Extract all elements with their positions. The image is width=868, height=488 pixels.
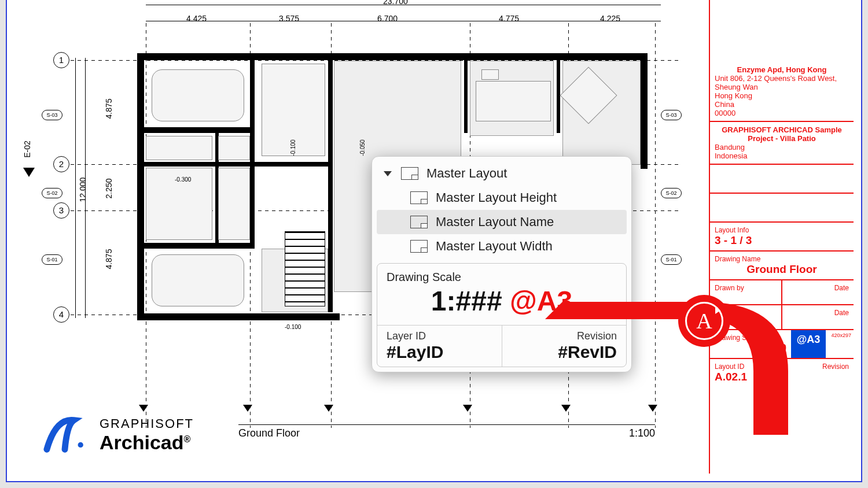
grid-row-4: 4 (53, 306, 69, 323)
paper-badge: @A3 (791, 330, 826, 358)
paper-size: 420x297 (826, 330, 854, 358)
drawing-title-footer: Ground Floor1:100 (238, 424, 655, 439)
titleblock: Enzyme Apd, Hong Kong Unit 806, 2-12 Que… (709, 0, 854, 474)
layout-icon (410, 191, 428, 204)
layout-info: 3 - 1 / 3 (715, 234, 849, 247)
grid-row-1: 1 (53, 52, 69, 68)
elevation-tag: E-02 (23, 141, 32, 158)
firm-name: Enzyme Apd, Hong Kong (715, 65, 849, 74)
archicad-logo: GRAPHISOFT Archicad® (42, 413, 194, 454)
project-name: GRAPHISOFT ARCHICAD Sample Project - Vil… (715, 125, 849, 143)
grid-row-2: 2 (53, 156, 69, 172)
disclosure-icon (384, 171, 392, 176)
layer-id-preview: #LayID (387, 342, 492, 362)
car-icon (152, 69, 244, 121)
stairs-icon (285, 231, 325, 306)
drawing-scale-preview: 1:### @A3 (377, 284, 626, 326)
autotext-category[interactable]: Master Layout (377, 161, 627, 186)
revision-preview: #RevID (512, 342, 617, 362)
layout-icon (410, 216, 428, 228)
autotext-popup[interactable]: Master Layout Master Layout Height Maste… (372, 156, 632, 372)
grid-row-3: 3 (53, 202, 69, 219)
drawing-name: Ground Floor (715, 263, 849, 276)
dim-total: 23.700 (383, 0, 408, 6)
autotext-item-name[interactable]: Master Layout Name (377, 210, 627, 234)
autotext-item-width[interactable]: Master Layout Width (377, 234, 627, 258)
layout-icon (401, 167, 418, 180)
svg-point-0 (78, 442, 83, 448)
layout-id: A.02.1 (715, 371, 777, 383)
drawing-scale: 1:100 (715, 342, 786, 354)
layout-icon (410, 240, 428, 253)
elevation-arrow-icon (23, 168, 35, 177)
autotext-item-height[interactable]: Master Layout Height (377, 186, 627, 210)
autotext-preview: Drawing Scale 1:### @A3 Layer ID #LayID … (377, 263, 627, 367)
car-icon (152, 254, 244, 306)
autotext-badge: A (678, 295, 730, 347)
